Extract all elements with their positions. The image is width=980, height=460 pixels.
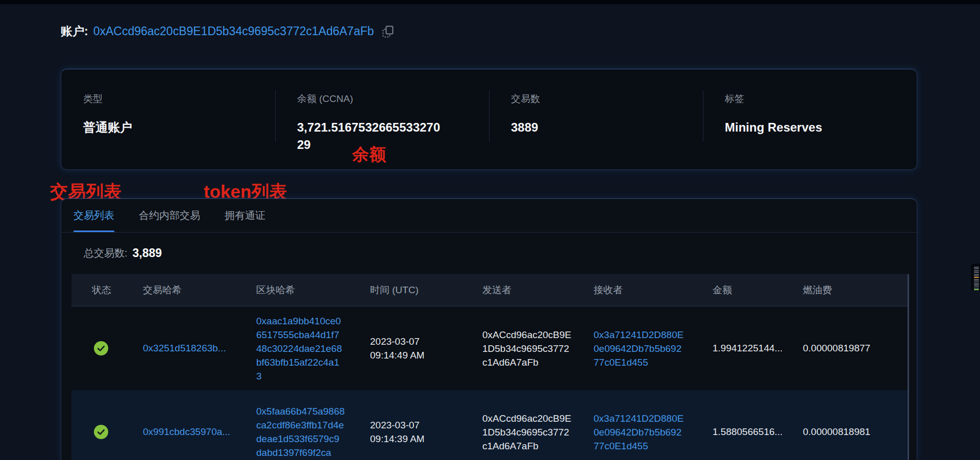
total-transactions-bar: 总交易数: 3,889 [61, 233, 917, 274]
table-scrollbar[interactable] [908, 274, 909, 460]
table-row: 0x991cbdc35970a... 0x5faa66b475a9868 ca2… [71, 390, 908, 460]
field-label: 标签 [725, 92, 906, 106]
transactions-panel: 交易列表 合约内部交易 拥有通证 总交易数: 3,889 状态 交易哈希 区块哈… [61, 198, 917, 460]
receiver-line: 0x3a71241D2D880E [594, 412, 706, 425]
col-header-receiver: 接收者 [594, 284, 713, 297]
field-value: 3889 [511, 119, 693, 136]
col-header-amount: 金额 [713, 284, 803, 297]
col-header-fee: 燃油费 [803, 284, 908, 297]
time-cell: 2023-03-07 09:14:39 AM [370, 418, 482, 446]
summary-field-tx-count: 交易数 3889 [489, 69, 703, 169]
field-label: 余额 (CCNA) [297, 92, 479, 106]
sender-line: 0xACcd96ac20cB9E [482, 412, 587, 425]
total-transactions-label: 总交易数: [84, 246, 128, 260]
col-header-status: 状态 [71, 284, 143, 297]
transactions-table: 状态 交易哈希 区块哈希 时间 (UTC) 发送者 接收者 金额 燃油费 0x3… [71, 274, 908, 460]
amount-cell: 1.9941225144... [713, 343, 803, 354]
tab-internal-transactions[interactable]: 合约内部交易 [139, 199, 200, 232]
table-header-row: 状态 交易哈希 区块哈希 时间 (UTC) 发送者 接收者 金额 燃油费 [71, 274, 908, 306]
summary-field-type: 类型 普通账户 [61, 69, 275, 169]
time-clock: 09:14:39 AM [370, 432, 476, 446]
total-transactions-value: 3,889 [133, 246, 162, 260]
col-header-time: 时间 (UTC) [370, 284, 482, 297]
receiver-line: 0e09642Db7b5b692 [594, 342, 706, 355]
field-label: 类型 [83, 92, 265, 106]
tab-owned-tokens[interactable]: 拥有通证 [225, 199, 265, 232]
receiver-link[interactable]: 0x3a71241D2D880E 0e09642Db7b5b692 77c0E1… [594, 412, 713, 453]
receiver-line: 0x3a71241D2D880E [594, 328, 706, 342]
time-date: 2023-03-07 [370, 335, 476, 348]
field-value: 普通账户 [83, 119, 265, 136]
block-hash-line: bf63bfb15af22c4a1 [256, 355, 364, 369]
receiver-line: 77c0E1d455 [594, 355, 706, 369]
block-hash-line: 3 [256, 369, 364, 383]
fee-cell: 0.00000818981 [803, 426, 908, 438]
success-check-icon [94, 425, 108, 439]
time-date: 2023-03-07 [370, 418, 476, 432]
account-header: 账户: 0xACcd96ac20cB9E1D5b34c9695c3772c1Ad… [61, 23, 395, 39]
tab-bar: 交易列表 合约内部交易 拥有通证 [61, 199, 917, 233]
account-address-link[interactable]: 0xACcd96ac20cB9E1D5b34c9695c3772c1Ad6A7a… [93, 24, 374, 38]
receiver-link[interactable]: 0x3a71241D2D880E 0e09642Db7b5b692 77c0E1… [594, 328, 713, 369]
sender-cell: 0xACcd96ac20cB9E 1D5b34c9695c3772 c1Ad6A… [482, 328, 594, 369]
block-hash-line: 0x5faa66b475a9868 [256, 404, 364, 418]
status-cell [71, 425, 143, 439]
sender-line: 1D5b34c9695c3772 [482, 342, 587, 355]
window-top-edge [0, 0, 980, 4]
block-hash-line: deae1d533f6579c9 [256, 432, 364, 446]
block-hash-line: 0xaac1a9bb410ce0 [256, 314, 364, 328]
sender-line: c1Ad6A7aFb [482, 355, 587, 369]
col-header-block-hash: 区块哈希 [256, 284, 370, 297]
tab-transaction-list[interactable]: 交易列表 [74, 199, 114, 232]
col-header-sender: 发送者 [482, 284, 594, 297]
amount-cell: 1.5880566516... [713, 426, 803, 438]
col-header-tx-hash: 交易哈希 [143, 284, 256, 297]
tx-hash-link[interactable]: 0x991cbdc35970a... [143, 426, 256, 438]
block-hash-line: 6517555cba44d1f7 [256, 328, 364, 342]
sender-line: c1Ad6A7aFb [482, 439, 587, 453]
block-hash-link[interactable]: 0x5faa66b475a9868 ca2cdf86e3ffb17d4e dea… [256, 404, 370, 459]
tx-hash-link[interactable]: 0x3251d518263b... [143, 343, 256, 354]
fee-cell: 0.00000819877 [803, 343, 908, 354]
block-hash-line: ca2cdf86e3ffb17d4e [256, 418, 364, 432]
receiver-line: 0e09642Db7b5b692 [594, 425, 706, 439]
annotation-balance: 余额 [352, 146, 386, 164]
account-label: 账户: [61, 23, 88, 39]
status-cell [71, 341, 143, 355]
time-clock: 09:14:49 AM [370, 348, 476, 362]
field-label: 交易数 [511, 92, 693, 106]
block-hash-link[interactable]: 0xaac1a9bb410ce0 6517555cba44d1f7 48c302… [256, 314, 370, 383]
block-hash-line: 48c30224dae21e68 [256, 342, 364, 355]
field-value: Mining Reserves [725, 119, 906, 136]
sender-line: 0xACcd96ac20cB9E [482, 328, 587, 342]
summary-field-tag: 标签 Mining Reserves [703, 69, 917, 169]
time-cell: 2023-03-07 09:14:49 AM [370, 335, 482, 362]
receiver-line: 77c0E1d455 [594, 439, 706, 453]
copy-icon[interactable] [381, 24, 395, 39]
scrollbar-minimap[interactable] [971, 264, 980, 291]
table-row: 0x3251d518263b... 0xaac1a9bb410ce0 65175… [71, 306, 908, 390]
sender-line: 1D5b34c9695c3772 [482, 425, 587, 439]
success-check-icon [94, 341, 108, 355]
block-hash-line: dabd1397f69f2ca [256, 446, 364, 459]
account-summary-card: 类型 普通账户 余额 (CCNA) 3,721.5167532665533270… [61, 69, 917, 170]
sender-cell: 0xACcd96ac20cB9E 1D5b34c9695c3772 c1Ad6A… [482, 412, 594, 453]
